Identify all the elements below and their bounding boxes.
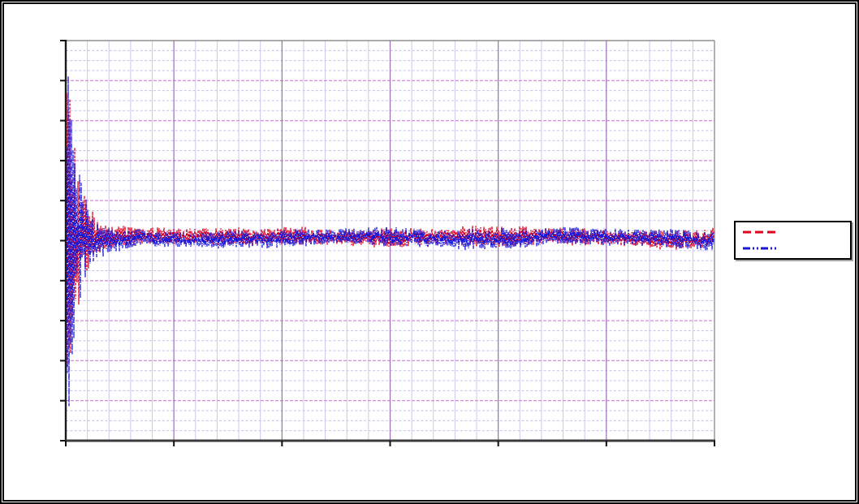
legend-entry-series-1[interactable] xyxy=(742,226,850,238)
chart-frame xyxy=(2,2,857,502)
legend-entry-series-2[interactable] xyxy=(742,243,850,254)
legend-box[interactable] xyxy=(734,221,852,260)
legend-line-sample-series-1 xyxy=(742,230,778,235)
chart-canvas xyxy=(0,0,859,504)
plot-svg xyxy=(4,4,857,502)
legend-line-sample-series-2 xyxy=(742,246,778,251)
